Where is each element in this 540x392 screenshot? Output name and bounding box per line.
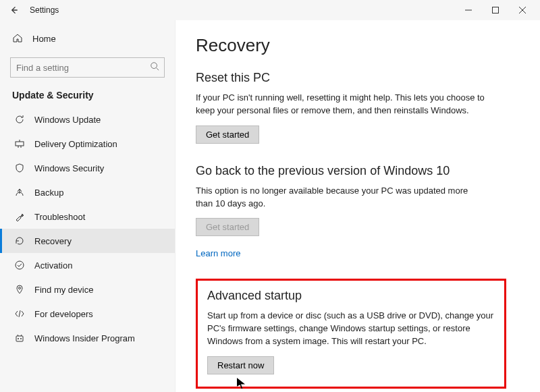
recovery-icon [14,235,25,246]
insider-icon [14,333,25,343]
arrow-left-icon [9,5,18,15]
svg-rect-2 [493,7,499,13]
svg-point-12 [19,287,21,289]
sidebar-item-label: Windows Insider Program [34,333,135,343]
window-title: Settings [30,5,59,15]
advanced-startup-body: Start up from a device or disc (such as … [207,310,495,348]
back-button[interactable] [4,1,23,20]
minimize-button[interactable] [455,1,482,20]
sidebar-item-label: Windows Security [34,163,104,173]
restart-now-button[interactable]: Restart now [207,356,274,374]
titlebar: Settings [0,0,540,20]
sidebar-item-label: Backup [34,188,63,198]
sidebar-item-windows-security[interactable]: Windows Security [0,156,175,180]
sidebar-item-label: Windows Update [34,115,101,125]
reset-pc-section: Reset this PC If your PC isn't running w… [196,71,520,144]
svg-point-11 [16,261,24,269]
close-icon [519,7,526,13]
home-link[interactable]: Home [0,27,175,51]
svg-point-14 [18,338,19,339]
svg-point-5 [151,63,157,69]
maximize-icon [492,7,499,13]
find-icon [14,284,25,295]
activation-icon [14,260,25,271]
go-back-heading: Go back to the previous version of Windo… [196,164,520,178]
search-icon [150,61,159,73]
sidebar-section-title: Update & Security [0,86,175,107]
search-field-wrapper [10,57,165,78]
content-pane[interactable]: Recovery Reset this PC If your PC isn't … [176,20,540,392]
svg-rect-13 [16,336,23,341]
goback-get-started-button: Get started [196,218,259,236]
page-title: Recovery [196,35,520,56]
sidebar-item-label: Find my device [34,285,93,295]
sidebar-item-for-developers[interactable]: For developers [0,302,175,326]
sidebar-item-label: Delivery Optimization [34,139,117,149]
advanced-startup-heading: Advanced startup [207,289,495,303]
backup-icon [14,187,25,198]
reset-pc-heading: Reset this PC [196,71,520,85]
devs-icon [14,308,25,319]
reset-get-started-button[interactable]: Get started [196,125,259,144]
maximize-button[interactable] [482,1,509,20]
shield-icon [14,163,25,173]
close-button[interactable] [509,1,536,20]
sync-icon [14,114,25,125]
sidebar: Home Update & Security Windows Update De… [0,20,176,392]
wrench-icon [14,211,25,222]
sidebar-item-recovery[interactable]: Recovery [0,229,175,253]
sidebar-item-label: For developers [34,309,93,319]
home-label: Home [32,34,56,44]
advanced-startup-section: Advanced startup Start up from a device … [196,279,506,389]
minimize-icon [465,7,472,13]
go-back-section: Go back to the previous version of Windo… [196,164,520,259]
sidebar-item-label: Activation [34,260,72,271]
learn-more-link[interactable]: Learn more [196,248,240,258]
svg-line-6 [157,68,159,71]
sidebar-item-label: Recovery [34,236,72,246]
sidebar-item-windows-insider[interactable]: Windows Insider Program [0,326,175,350]
sidebar-item-activation[interactable]: Activation [0,253,175,277]
svg-rect-7 [16,142,24,146]
go-back-body: This option is no longer available becau… [196,185,486,211]
sidebar-item-find-my-device[interactable]: Find my device [0,277,175,302]
sidebar-item-troubleshoot[interactable]: Troubleshoot [0,204,175,229]
reset-pc-body: If your PC isn't running well, resetting… [196,92,486,117]
sidebar-item-label: Troubleshoot [34,212,85,222]
home-icon [12,32,23,45]
sidebar-item-windows-update[interactable]: Windows Update [0,107,175,132]
delivery-icon [14,138,25,149]
svg-point-15 [20,338,22,339]
sidebar-item-backup[interactable]: Backup [0,180,175,204]
sidebar-item-delivery-optimization[interactable]: Delivery Optimization [0,132,175,156]
search-input[interactable] [10,57,165,78]
